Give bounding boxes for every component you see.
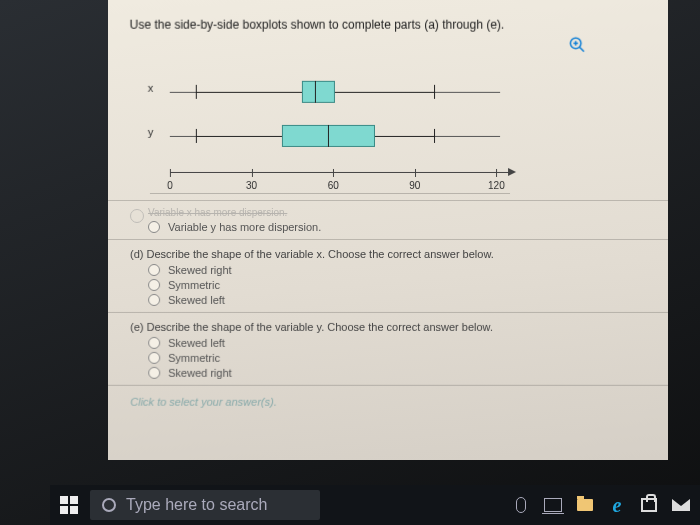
option-d-symmetric[interactable]: Symmetric	[148, 279, 646, 291]
option-label: Variable y has more dispersion.	[168, 221, 321, 233]
boxplot-y	[170, 125, 500, 147]
search-box[interactable]: Type here to search	[90, 490, 320, 520]
task-view-icon[interactable]	[544, 496, 562, 514]
series-label-y: y	[148, 126, 154, 138]
option-d-skewed-left[interactable]: Skewed left	[148, 294, 646, 306]
radio-icon	[148, 352, 160, 364]
option-label: Skewed left	[168, 337, 225, 349]
zoom-in-icon	[568, 36, 586, 54]
option-label: Symmetric	[168, 352, 220, 364]
mail-icon[interactable]	[672, 496, 690, 514]
option-x-dispersion-cut[interactable]: Variable x has more dispersion.	[148, 207, 646, 218]
mic-icon[interactable]	[512, 496, 530, 514]
system-tray: e	[512, 496, 690, 514]
zoom-button[interactable]	[130, 36, 587, 56]
boxplot-chart: x y 0 30 60 90 120	[150, 64, 510, 194]
radio-icon	[148, 264, 160, 276]
windows-taskbar[interactable]: Type here to search e	[50, 485, 700, 525]
radio-icon	[148, 294, 160, 306]
edge-icon[interactable]: e	[608, 496, 626, 514]
tick-90: 90	[409, 180, 420, 191]
radio-icon	[148, 337, 160, 349]
option-d-skewed-right[interactable]: Skewed right	[148, 264, 646, 276]
radio-icon	[148, 367, 160, 379]
tick-60: 60	[328, 180, 339, 191]
instruction-text: Use the side-by-side boxplots shown to c…	[130, 18, 647, 32]
option-label: Skewed right	[168, 264, 232, 276]
select-hint: Click to select your answer(s).	[130, 396, 645, 408]
tick-0: 0	[167, 180, 173, 191]
start-button[interactable]	[60, 496, 78, 514]
cortana-icon	[102, 498, 116, 512]
boxplot-x	[170, 81, 500, 103]
option-e-skewed-left[interactable]: Skewed left	[148, 337, 646, 349]
question-d: (d) Describe the shape of the variable x…	[130, 248, 646, 260]
series-label-x: x	[148, 82, 154, 94]
file-explorer-icon[interactable]	[576, 496, 594, 514]
option-label: Symmetric	[168, 279, 220, 291]
option-e-skewed-right[interactable]: Skewed right	[148, 367, 646, 379]
option-label: Skewed left	[168, 294, 225, 306]
radio-icon	[148, 221, 160, 233]
radio-icon	[148, 279, 160, 291]
option-label: Skewed right	[168, 367, 232, 379]
question-e: (e) Describe the shape of the variable y…	[130, 321, 646, 333]
tick-30: 30	[246, 180, 257, 191]
option-e-symmetric[interactable]: Symmetric	[148, 352, 646, 364]
number-axis	[170, 172, 510, 173]
search-placeholder: Type here to search	[126, 496, 267, 514]
worksheet-page: Use the side-by-side boxplots shown to c…	[108, 0, 669, 460]
svg-line-1	[579, 47, 584, 52]
tick-120: 120	[488, 180, 505, 191]
option-y-dispersion[interactable]: Variable y has more dispersion.	[148, 221, 646, 233]
store-icon[interactable]	[640, 496, 658, 514]
